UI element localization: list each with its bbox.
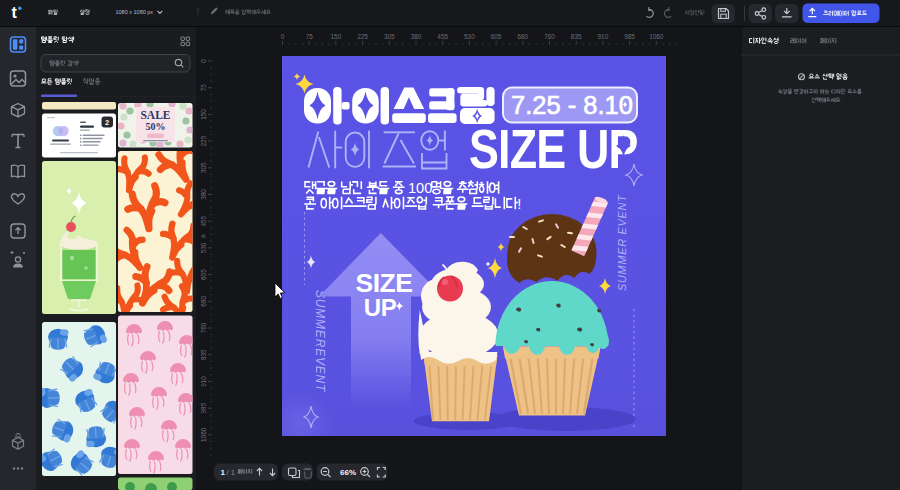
svg-text:66%: 66% bbox=[340, 468, 356, 477]
svg-text:0: 0 bbox=[200, 59, 207, 63]
svg-text:910: 910 bbox=[200, 376, 207, 387]
svg-text:985: 985 bbox=[624, 33, 635, 40]
svg-text:835: 835 bbox=[571, 33, 582, 40]
svg-text:985: 985 bbox=[200, 402, 207, 413]
svg-text:305: 305 bbox=[384, 33, 395, 40]
svg-text:1060: 1060 bbox=[649, 33, 664, 40]
svg-text:530: 530 bbox=[200, 242, 207, 253]
svg-text:1060: 1060 bbox=[200, 427, 207, 442]
svg-text:0: 0 bbox=[281, 33, 285, 40]
svg-text:75: 75 bbox=[200, 84, 207, 92]
svg-text:680: 680 bbox=[200, 296, 207, 307]
svg-text:t: t bbox=[12, 4, 18, 21]
svg-text:SIZE UP: SIZE UP bbox=[469, 117, 638, 180]
svg-text:/ 1: / 1 bbox=[227, 468, 235, 477]
svg-text:225: 225 bbox=[357, 33, 368, 40]
svg-text:SALE: SALE bbox=[140, 109, 170, 121]
svg-text:75: 75 bbox=[306, 33, 314, 40]
svg-text:UP: UP bbox=[364, 294, 397, 321]
svg-text:760: 760 bbox=[200, 322, 207, 333]
svg-text:50%: 50% bbox=[146, 121, 166, 132]
svg-text:100: 100 bbox=[408, 180, 432, 196]
svg-text:SUMMEREVENT: SUMMEREVENT bbox=[313, 290, 327, 393]
svg-text:380: 380 bbox=[200, 189, 207, 200]
svg-text:760: 760 bbox=[544, 33, 555, 40]
svg-text:150: 150 bbox=[200, 109, 207, 120]
svg-text:!: ! bbox=[517, 196, 521, 212]
svg-text:910: 910 bbox=[598, 33, 609, 40]
svg-text:225: 225 bbox=[200, 135, 207, 146]
svg-text:680: 680 bbox=[517, 33, 528, 40]
svg-text:530: 530 bbox=[464, 33, 475, 40]
svg-text:150: 150 bbox=[331, 33, 342, 40]
svg-text:«: « bbox=[201, 231, 206, 241]
svg-text:305: 305 bbox=[200, 162, 207, 173]
svg-text:455: 455 bbox=[200, 215, 207, 226]
svg-text:7.25 - 8.10: 7.25 - 8.10 bbox=[511, 91, 633, 119]
svg-text:455: 455 bbox=[437, 33, 448, 40]
svg-text:2: 2 bbox=[105, 118, 109, 127]
svg-text:605: 605 bbox=[200, 269, 207, 280]
svg-text:380: 380 bbox=[411, 33, 422, 40]
svg-text:SUMMER EVENT: SUMMER EVENT bbox=[616, 194, 628, 291]
svg-text:605: 605 bbox=[491, 33, 502, 40]
svg-text:1080 x 1080 px: 1080 x 1080 px bbox=[116, 9, 154, 15]
svg-text:835: 835 bbox=[200, 349, 207, 360]
svg-text:1: 1 bbox=[221, 468, 226, 477]
